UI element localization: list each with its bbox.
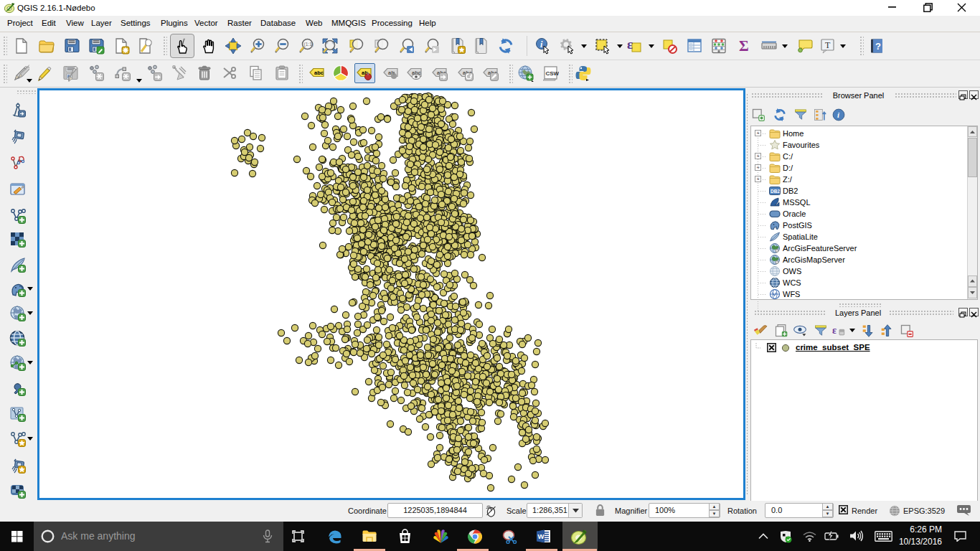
svg-text:Σ: Σ: [739, 37, 749, 55]
svg-text:CSW: CSW: [546, 70, 560, 77]
svg-text:ε: ε: [832, 324, 837, 336]
svg-text:abc: abc: [314, 70, 324, 76]
svg-text:ε: ε: [627, 37, 633, 52]
svg-text:?: ?: [875, 41, 881, 52]
svg-text:(1:1): (1:1): [304, 42, 314, 47]
svg-text:i: i: [837, 110, 839, 119]
svg-text:DB2: DB2: [771, 189, 780, 194]
svg-text:W: W: [538, 532, 545, 540]
svg-text:T: T: [825, 40, 831, 50]
